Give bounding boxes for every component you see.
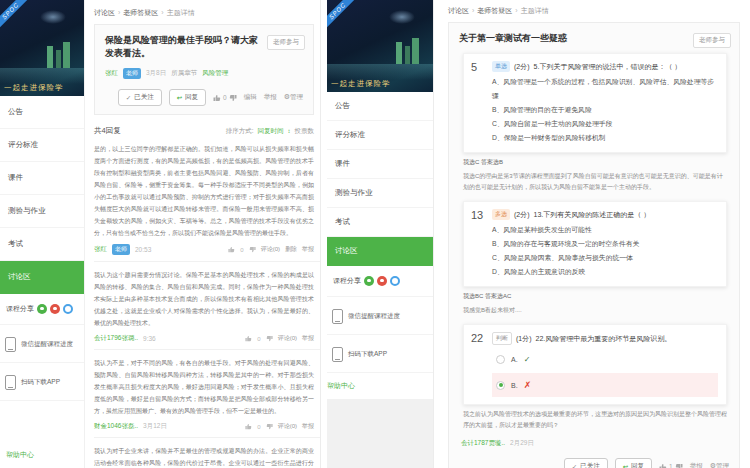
thread-title: 关于第一章测试有一些疑惑 (459, 32, 729, 45)
help-center-link[interactable]: 帮助中心 (0, 442, 84, 468)
option-c: C、风险自留是一种主动的风险处理手段 (492, 117, 718, 131)
report-link[interactable]: 举报 (690, 462, 703, 468)
thumbs-down-icon[interactable] (266, 423, 273, 430)
left-thread-content: 讨论区›老师答疑区›主题详情 保险是风险管理的最佳手段吗？请大家发表看法。 老师… (85, 0, 320, 468)
thumbs-down-icon[interactable] (229, 94, 237, 102)
course-cover[interactable]: SPOC 一起走进保险学 (327, 0, 433, 92)
qq-share-icon[interactable] (63, 304, 73, 314)
scan-app-label: 扫码下载APP (348, 350, 387, 359)
sidebar-item-exams[interactable]: 考试 (327, 208, 433, 237)
like-count: 0 (257, 424, 260, 430)
thumbs-up-icon[interactable] (228, 246, 235, 253)
share-label: 课程分享 (333, 276, 361, 286)
edit-link[interactable]: 编辑 (244, 93, 257, 102)
course-share-row: 课程分享 (327, 266, 433, 297)
sidebar-item-courseware[interactable]: 课件 (0, 162, 84, 195)
reply-author[interactable]: 张红 (94, 245, 107, 254)
report-link[interactable]: 举报 (302, 334, 314, 343)
breadcrumb-teacher-qa[interactable]: 老师答疑区 (123, 9, 158, 16)
course-cover[interactable]: SPOC 一起走进保险学 (0, 0, 84, 96)
reply-author[interactable]: 会计1796张璐.. (94, 334, 138, 343)
sidebar-item-quizzes[interactable]: 测验与作业 (327, 179, 433, 208)
check-icon: ✓ (126, 94, 131, 102)
chapter-link[interactable]: 风险管理 (202, 69, 228, 78)
phone-icon (332, 309, 343, 324)
breadcrumb-teacher-qa[interactable]: 老师答疑区 (477, 7, 512, 14)
wechat-share-icon[interactable] (37, 304, 47, 314)
thumbs-up-icon[interactable] (245, 335, 252, 342)
comment-link[interactable]: 评论(0) (278, 422, 297, 431)
followed-button[interactable]: ✓已关注 (564, 458, 608, 468)
reply-author[interactable]: 财金1046张磊.. (94, 422, 138, 431)
thread-date: 3月8日 (146, 69, 166, 78)
like-count: 1 (669, 463, 673, 468)
sidebar-item-announcements[interactable]: 公告 (327, 92, 433, 121)
comment-link[interactable]: 评论(0) (278, 334, 297, 343)
like-count: 0 (257, 336, 260, 342)
reply-button[interactable]: ↩回复 (615, 458, 652, 468)
reply-text: 是的，以上三位同学的理解都是正确的。我们知道，风险可以从损失频率和损失幅度两个方… (94, 143, 314, 239)
sidebar-item-courseware[interactable]: 课件 (327, 150, 433, 179)
weibo-share-icon[interactable] (377, 276, 387, 286)
sidebar-item-discussion[interactable]: 讨论区 (0, 261, 84, 294)
thumbs-down-icon[interactable] (266, 335, 273, 342)
manage-link[interactable]: ⚙管理 (710, 462, 729, 468)
weibo-share-icon[interactable] (50, 304, 60, 314)
report-link[interactable]: 举报 (302, 422, 314, 431)
answer-note: 我选BC 答案选AC (463, 291, 727, 302)
delete-link[interactable]: 删除 (285, 245, 297, 254)
wechat-reminder-box[interactable]: 微信提醒课程进度 (327, 299, 433, 335)
choice-row-b[interactable]: B. ✗ (492, 373, 718, 397)
question-number: 5 (471, 61, 477, 73)
sidebar-item-discussion[interactable]: 讨论区 (327, 237, 433, 266)
sidebar-item-exams[interactable]: 考试 (0, 228, 84, 261)
thread-author[interactable]: 会计1787贾璇.. (461, 439, 505, 448)
radio-unselected-icon[interactable] (496, 355, 505, 364)
sidebar-item-grading[interactable]: 评分标准 (327, 121, 433, 150)
thumbs-up-icon[interactable] (245, 423, 252, 430)
thumbs-down-icon[interactable] (249, 246, 256, 253)
reply-button[interactable]: ↩回复 (169, 89, 206, 106)
manage-link[interactable]: ⚙管理 (284, 93, 303, 102)
followed-button[interactable]: ✓已关注 (118, 89, 162, 106)
option-a: A、风险管理是一个系统的过程，包括风险识别、风险评估、风险处理等步骤 (492, 75, 718, 103)
scan-app-box[interactable]: 扫码下载APP (0, 365, 84, 401)
breadcrumb-discussion[interactable]: 讨论区 (448, 7, 469, 14)
question-points: (1分) (516, 334, 532, 344)
sidebar-item-grading[interactable]: 评分标准 (0, 129, 84, 162)
scan-app-box[interactable]: 扫码下载APP (327, 337, 433, 373)
thumbs-up-icon[interactable] (659, 463, 667, 468)
thumbs-down-icon[interactable] (675, 463, 683, 468)
sidebar-filler (327, 399, 433, 468)
thumbs-up-icon[interactable] (213, 94, 221, 102)
wechat-share-icon[interactable] (364, 276, 374, 286)
qq-share-icon[interactable] (390, 276, 400, 286)
choice-row-a[interactable]: A. ✓ (492, 348, 718, 371)
wechat-reminder-box[interactable]: 微信提醒课程进度 (0, 327, 84, 363)
like-count: 0 (240, 247, 243, 253)
help-center-link[interactable]: 帮助中心 (321, 373, 433, 399)
reply-item: 我认为不是，对于不同的风险，有各自的最佳手段。对于风险的处理有回避风险、预防风险… (94, 350, 320, 438)
radio-selected-icon[interactable] (496, 381, 505, 390)
sort-by-time[interactable]: 回复时间 (258, 127, 284, 136)
sort-by-votes[interactable]: 投票数 (295, 127, 315, 136)
like-count: 0 (223, 94, 227, 101)
sidebar-item-announcements[interactable]: 公告 (0, 96, 84, 129)
comment-link[interactable]: 评论(0) (261, 245, 280, 254)
like-controls: 1 (659, 463, 683, 468)
phone-icon (332, 347, 343, 362)
sort-controls: 排序方式: 回复时间 ↕ 投票数 (226, 127, 314, 136)
teacher-join-badge: 老师参与 (693, 33, 731, 48)
left-course-page: SPOC 一起走进保险学 公告 评分标准 课件 测验与作业 考试 讨论区 课程分… (0, 0, 321, 468)
right-thread-content: 讨论区›老师答疑区›主题详情 关于第一章测试有一些疑惑 老师参与 5 单选 (2… (434, 0, 750, 468)
thread-author[interactable]: 张红 (105, 69, 118, 78)
report-link[interactable]: 举报 (302, 245, 314, 254)
option-b: B、风险管理的目的在于避免风险 (492, 103, 718, 117)
report-link[interactable]: 举报 (264, 93, 277, 102)
sort-label: 排序方式: (226, 127, 254, 136)
spoc-ribbon: SPOC (0, 0, 32, 33)
correct-mark-icon: ✓ (524, 355, 531, 364)
sidebar-item-quizzes[interactable]: 测验与作业 (0, 195, 84, 228)
breadcrumb-discussion[interactable]: 讨论区 (94, 9, 115, 16)
question-points: (2分) (514, 210, 530, 220)
